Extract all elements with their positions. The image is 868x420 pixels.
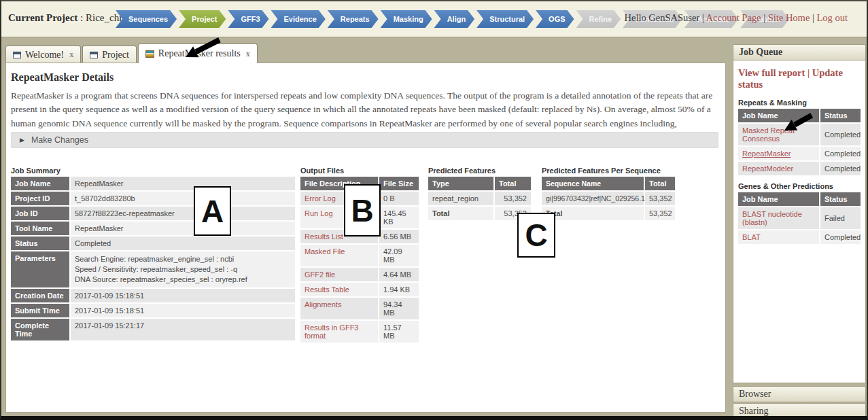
file-link[interactable]: Results in GFF3 format xyxy=(300,321,378,343)
job-status: Completed xyxy=(820,124,861,145)
column-header: Job Name xyxy=(738,192,819,206)
job-link-repeatmasker[interactable]: RepeatMasker xyxy=(738,147,819,160)
file-size: 6.56 MB xyxy=(379,230,419,243)
breadcrumb-ogs[interactable]: OGS xyxy=(536,10,574,28)
sharing-panel-header[interactable]: Sharing xyxy=(733,403,866,419)
table-row: gi|996703432|ref|NC_029256.1|53,352 xyxy=(542,192,676,205)
column-header: File Size xyxy=(379,177,419,190)
row-value: t_58702dd83280b xyxy=(71,192,295,205)
file-size: 1.94 KB xyxy=(379,283,419,296)
job-summary-title: Job Summary xyxy=(11,167,295,175)
tab-project[interactable]: Project xyxy=(82,46,137,63)
row-label: Parameters xyxy=(11,251,69,287)
job-status: Completed xyxy=(820,147,861,160)
parameter-line: DNA Source: repeatmasker_species_sel : o… xyxy=(75,275,291,285)
predicted-features-per-sequence-title: Predicted Features Per Sequence xyxy=(542,167,676,175)
breadcrumb-align[interactable]: Align xyxy=(434,10,475,28)
tab-bar: Welcome! x Project RepeatMasker results … xyxy=(5,43,259,63)
breadcrumb-project[interactable]: Project xyxy=(179,10,226,28)
results-icon xyxy=(145,50,154,58)
table-row: Results in GFF3 format11.57 MB xyxy=(300,321,420,343)
close-icon[interactable]: x xyxy=(69,50,73,60)
breadcrumb-sequences[interactable]: Sequences xyxy=(116,10,177,28)
row-value: Completed xyxy=(71,237,295,250)
table-row: GFF2 file4.64 MB xyxy=(300,268,420,281)
file-link[interactable]: GFF2 file xyxy=(300,268,378,281)
expand-arrow-icon: ▶ xyxy=(20,137,24,143)
job-link-repeatmodeler[interactable]: RepeatModeler xyxy=(738,162,819,175)
row-label: Job Name xyxy=(11,177,69,190)
job-queue-links: View full report | Update status xyxy=(738,67,861,90)
annotation-letter-a: A xyxy=(194,186,231,236)
view-full-report-link[interactable]: View full report xyxy=(738,67,805,78)
sequence-total: 53,352 xyxy=(645,192,675,205)
table-row: BLATCompleted xyxy=(738,230,861,244)
make-changes-expander[interactable]: ▶ Make Changes xyxy=(11,132,718,148)
repeats-masking-title: Repeats & Masking xyxy=(738,99,861,107)
file-link[interactable]: Results Table xyxy=(300,283,378,296)
job-queue-header[interactable]: Job Queue xyxy=(733,44,866,60)
row-value: 58727f88223ec-repeatmasker xyxy=(71,207,295,220)
table-header-row: Job NameStatus xyxy=(738,192,861,206)
breadcrumb-evidence[interactable]: Evidence xyxy=(271,10,326,28)
table-row: Submit Time2017-01-09 15:18:51 xyxy=(11,304,295,317)
table-row: RepeatMaskerCompleted xyxy=(738,147,861,160)
row-value: RepeatMasker xyxy=(71,222,295,235)
job-status: Failed xyxy=(820,207,861,229)
row-value: RepeatMasker xyxy=(71,177,295,190)
parameter-line: Speed / Sensitivity: repeatmasker_speed_… xyxy=(75,264,291,275)
job-link-blat[interactable]: BLAT xyxy=(738,230,819,244)
row-label: Tool Name xyxy=(11,222,69,235)
parameters-value: Search Engine: repeatmasker_engine_sel :… xyxy=(71,251,295,287)
column-header: Status xyxy=(820,109,861,122)
breadcrumb-masking[interactable]: Masking xyxy=(381,10,432,28)
close-icon[interactable]: x xyxy=(246,49,250,59)
breadcrumb-structural[interactable]: Structural xyxy=(476,10,534,28)
tab-welcome[interactable]: Welcome! x xyxy=(5,46,81,63)
annotation-letter-b: B xyxy=(344,184,381,237)
feature-type: repeat_region xyxy=(428,192,493,205)
window-icon xyxy=(13,52,21,58)
file-size: 94.34 MB xyxy=(379,298,419,319)
logout-link[interactable]: Log out xyxy=(816,12,848,23)
table-row: BLAST nucleotide (blastn)Failed xyxy=(738,207,861,229)
output-files-title: Output Files xyxy=(300,167,420,175)
file-size: 4.64 MB xyxy=(379,268,419,281)
table-row: Parameters Search Engine: repeatmasker_e… xyxy=(11,251,295,287)
site-home-link[interactable]: Site Home xyxy=(768,12,810,23)
breadcrumb-repeats[interactable]: Repeats xyxy=(328,10,379,28)
job-summary-section: Job Summary Job NameRepeatMasker Project… xyxy=(11,167,295,342)
greeting-text: Hello GenSASuser xyxy=(624,12,699,23)
window-icon xyxy=(90,52,98,58)
job-status: Completed xyxy=(820,162,861,175)
row-label: Complete Time xyxy=(11,319,69,340)
job-link-blast-nucleotide[interactable]: BLAST nucleotide (blastn) xyxy=(738,207,819,229)
browser-panel-header[interactable]: Browser xyxy=(733,386,866,402)
sequence-total: 53,352 xyxy=(645,207,675,220)
column-header: Sequence Name xyxy=(542,177,644,190)
file-link[interactable]: Alignments xyxy=(300,298,378,319)
row-value: 2017-01-09 15:18:51 xyxy=(71,304,295,317)
feature-total: 53,352 xyxy=(495,192,531,205)
genes-other-predictions-title: Genes & Other Predictions xyxy=(738,182,861,190)
page-title: RepeatMasker Details xyxy=(11,71,114,84)
table-row: Job NameRepeatMasker xyxy=(11,177,295,190)
file-size: 0 B xyxy=(379,192,419,205)
breadcrumb-gff3[interactable]: GFF3 xyxy=(228,10,268,28)
file-size: 42.09 MB xyxy=(379,245,419,266)
job-link-masked-repeat-consensus[interactable]: Masked Repeat Consensus xyxy=(738,124,819,145)
tab-welcome-label: Welcome! xyxy=(25,50,64,60)
job-queue-panel: View full report | Update status Repeats… xyxy=(733,60,866,383)
job-status: Completed xyxy=(820,230,861,244)
file-link[interactable]: Masked File xyxy=(300,245,378,266)
table-row: Alignments94.34 MB xyxy=(300,298,420,319)
table-row: Creation Date2017-01-09 15:18:51 xyxy=(11,289,295,302)
current-project-label: Current Project xyxy=(8,12,77,23)
file-size: 11.57 MB xyxy=(379,321,419,343)
table-row: Project IDt_58702dd83280b xyxy=(11,192,295,205)
table-row: Tool NameRepeatMasker xyxy=(11,222,295,235)
column-header: Type xyxy=(428,177,493,190)
sequence-name: gi|996703432|ref|NC_029256.1| xyxy=(542,192,644,205)
account-page-link[interactable]: Account Page xyxy=(706,12,761,23)
table-header-row: Sequence NameTotal xyxy=(542,177,676,190)
